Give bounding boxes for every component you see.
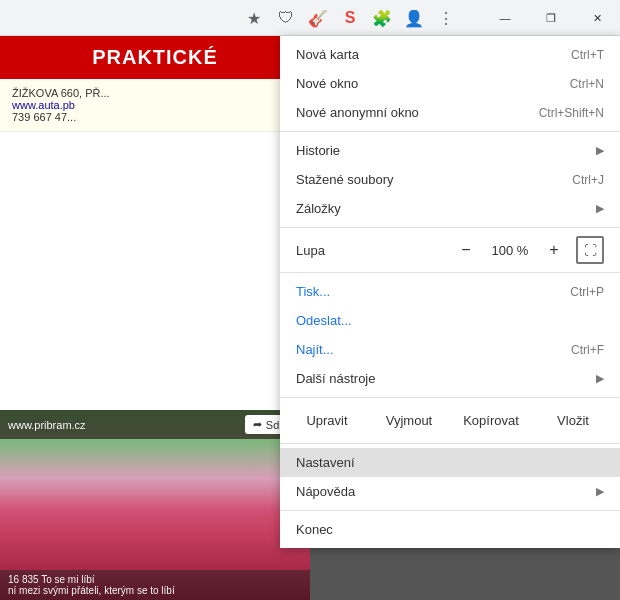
menu-label: Další nástroje: [296, 371, 375, 386]
s-icon[interactable]: S: [336, 4, 364, 32]
menu-label: Záložky: [296, 201, 341, 216]
menu-label: Nové anonymní okno: [296, 105, 419, 120]
menu-item-zalozky[interactable]: Záložky ▶: [280, 194, 620, 223]
page-red-bar: PRAKTICKÉ: [0, 36, 310, 79]
menu-shortcut: Ctrl+T: [571, 48, 604, 62]
guitar-icon[interactable]: 🎸: [304, 4, 332, 32]
zoom-value: 100 %: [488, 243, 532, 258]
zoom-out-button[interactable]: −: [452, 236, 480, 264]
page-image-area: www.pribram.cz ➦ Sdílet 16 835 To se mi …: [0, 410, 310, 600]
separator-4: [280, 397, 620, 398]
menu-item-dalsi-nastroje[interactable]: Další nástroje ▶: [280, 364, 620, 393]
menu-label: Najít...: [296, 342, 334, 357]
menu-item-nova-karta[interactable]: Nová karta Ctrl+T: [280, 40, 620, 69]
phone-number: 739 667 47...: [12, 111, 298, 123]
menu-label: Nastavení: [296, 455, 355, 470]
browser-toolbar: ★ 🛡 🎸 S 🧩 👤 ⋮ — ❐ ✕: [0, 0, 620, 36]
menu-shortcut: Ctrl+Shift+N: [539, 106, 604, 120]
address-line: ŽIŽKOVA 660, PŘ...: [12, 87, 298, 99]
menu-shortcut: Ctrl+J: [572, 173, 604, 187]
menu-item-nove-okno[interactable]: Nové okno Ctrl+N: [280, 69, 620, 98]
page-background: PRAKTICKÉ ŽIŽKOVA 660, PŘ... www.auta.pb…: [0, 36, 310, 600]
zoom-row: Lupa − 100 % + ⛶: [280, 232, 620, 268]
zoom-controls: − 100 % + ⛶: [452, 236, 604, 264]
edit-vyjmout-button[interactable]: Vyjmout: [370, 406, 448, 435]
maximize-button[interactable]: ❐: [528, 0, 574, 36]
submenu-arrow-icon: ▶: [596, 485, 604, 498]
facebook-bar: www.pribram.cz ➦ Sdílet: [0, 410, 310, 439]
menu-label: Nápověda: [296, 484, 355, 499]
zoom-label: Lupa: [296, 243, 452, 258]
close-button[interactable]: ✕: [574, 0, 620, 36]
context-menu: Nová karta Ctrl+T Nové okno Ctrl+N Nové …: [280, 36, 620, 548]
likes-count: 16 835 To se mi líbí: [8, 574, 302, 585]
separator-1: [280, 131, 620, 132]
menu-icon[interactable]: ⋮: [432, 4, 460, 32]
menu-label: Historie: [296, 143, 340, 158]
account-icon[interactable]: 👤: [400, 4, 428, 32]
friends-bar: 16 835 To se mi líbí ní mezi svými přáte…: [0, 570, 310, 600]
fb-site: www.pribram.cz: [8, 419, 86, 431]
menu-shortcut: Ctrl+F: [571, 343, 604, 357]
shield-icon[interactable]: 🛡: [272, 4, 300, 32]
submenu-arrow-icon: ▶: [596, 372, 604, 385]
menu-shortcut: Ctrl+N: [570, 77, 604, 91]
edit-kopirovat-button[interactable]: Kopírovat: [452, 406, 530, 435]
edit-upravit-button[interactable]: Upravit: [288, 406, 366, 435]
separator-3: [280, 272, 620, 273]
menu-item-napoveda[interactable]: Nápověda ▶: [280, 477, 620, 506]
menu-item-tisk[interactable]: Tisk... Ctrl+P: [280, 277, 620, 306]
menu-label: Nová karta: [296, 47, 359, 62]
separator-6: [280, 510, 620, 511]
friends-text: ní mezi svými přáteli, kterým se to líbí: [8, 585, 302, 596]
separator-2: [280, 227, 620, 228]
page-info-box: ŽIŽKOVA 660, PŘ... www.auta.pb 739 667 4…: [0, 79, 310, 132]
toolbar-icons: ★ 🛡 🎸 S 🧩 👤 ⋮: [240, 4, 460, 32]
menu-item-stazene[interactable]: Stažené soubory Ctrl+J: [280, 165, 620, 194]
menu-item-odeslat[interactable]: Odeslat...: [280, 306, 620, 335]
menu-label: Tisk...: [296, 284, 330, 299]
submenu-arrow-icon: ▶: [596, 202, 604, 215]
menu-item-najit[interactable]: Najít... Ctrl+F: [280, 335, 620, 364]
menu-item-historie[interactable]: Historie ▶: [280, 136, 620, 165]
menu-item-anonymni-okno[interactable]: Nové anonymní okno Ctrl+Shift+N: [280, 98, 620, 127]
zoom-in-button[interactable]: +: [540, 236, 568, 264]
menu-label: Nové okno: [296, 76, 358, 91]
menu-label: Konec: [296, 522, 333, 537]
separator-5: [280, 443, 620, 444]
edit-row: Upravit Vyjmout Kopírovat Vložit: [280, 402, 620, 439]
submenu-arrow-icon: ▶: [596, 144, 604, 157]
puzzle-icon[interactable]: 🧩: [368, 4, 396, 32]
fullscreen-button[interactable]: ⛶: [576, 236, 604, 264]
menu-label: Odeslat...: [296, 313, 352, 328]
share-arrow-icon: ➦: [253, 418, 262, 431]
bookmark-icon[interactable]: ★: [240, 4, 268, 32]
menu-item-nastaveni[interactable]: Nastavení: [280, 448, 620, 477]
window-controls: — ❐ ✕: [482, 0, 620, 36]
menu-label: Stažené soubory: [296, 172, 394, 187]
website-link[interactable]: www.auta.pb: [12, 99, 75, 111]
edit-vlozit-button[interactable]: Vložit: [534, 406, 612, 435]
menu-item-konec[interactable]: Konec: [280, 515, 620, 544]
minimize-button[interactable]: —: [482, 0, 528, 36]
menu-shortcut: Ctrl+P: [570, 285, 604, 299]
